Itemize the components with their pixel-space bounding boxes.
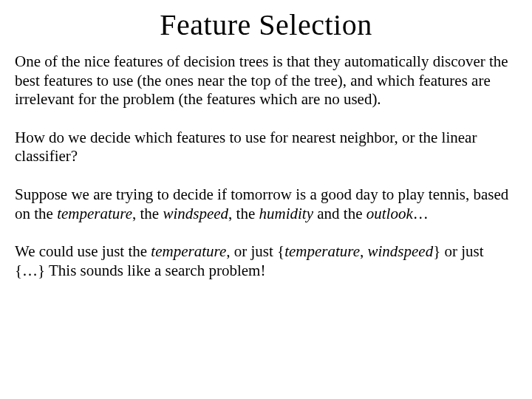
text: How do we decide which features to use f… xyxy=(15,129,477,166)
slide-title: Feature Selection xyxy=(15,7,517,42)
text: One of the nice features of decision tre… xyxy=(15,52,508,108)
slide-body: One of the nice features of decision tre… xyxy=(15,52,517,280)
paragraph-4: We could use just the temperature, or ju… xyxy=(15,242,517,280)
feature-set: temperature, windspeed xyxy=(284,242,433,260)
paragraph-2: How do we decide which features to use f… xyxy=(15,129,517,166)
text: , the xyxy=(228,205,259,222)
text: and the xyxy=(313,205,366,222)
paragraph-1: One of the nice features of decision tre… xyxy=(15,52,517,109)
text: , the xyxy=(132,205,163,222)
slide: Feature Selection One of the nice featur… xyxy=(0,0,532,399)
text: We could use just the xyxy=(15,242,151,260)
feature-windspeed: windspeed xyxy=(163,205,228,222)
feature-outlook: outlook xyxy=(366,205,413,222)
paragraph-3: Suppose we are trying to decide if tomor… xyxy=(15,185,517,223)
text: or just { xyxy=(230,242,284,260)
feature-temperature: temperature xyxy=(57,205,132,222)
text: … xyxy=(413,205,429,222)
feature-humidity: humidity xyxy=(259,205,314,222)
feature-temperature: temperature, xyxy=(151,242,230,260)
